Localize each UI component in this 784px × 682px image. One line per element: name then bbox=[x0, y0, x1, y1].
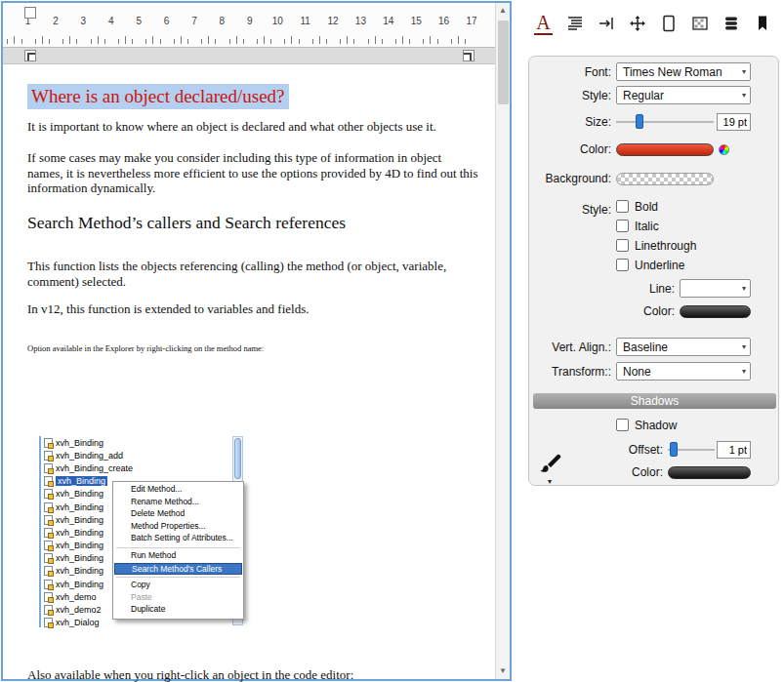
left-margin-marker[interactable] bbox=[24, 50, 36, 61]
method-icon bbox=[44, 476, 53, 486]
page-button[interactable] bbox=[656, 9, 682, 38]
embedded-screenshot[interactable]: xvh_Bindingxvh_Binding_addxvh_Binding_cr… bbox=[35, 433, 246, 638]
ruler-tick bbox=[42, 36, 43, 44]
menu-separator bbox=[116, 577, 240, 578]
slider-thumb[interactable] bbox=[670, 442, 678, 457]
style-group-label: Style: bbox=[529, 203, 611, 217]
checkbox-box[interactable] bbox=[616, 239, 629, 252]
page-icon bbox=[659, 14, 679, 33]
slider-track[interactable] bbox=[616, 121, 714, 123]
ruler-tick bbox=[7, 39, 8, 44]
ruler-number: 13 bbox=[355, 16, 366, 26]
checkbox-box[interactable] bbox=[616, 419, 629, 431]
shadow-color-swatch[interactable] bbox=[668, 466, 751, 479]
color-wheel-icon[interactable] bbox=[719, 144, 729, 155]
document-heading-1[interactable]: Where is an object declared/used? bbox=[27, 84, 289, 109]
ruler-tick bbox=[437, 39, 438, 44]
size-label: Size: bbox=[529, 115, 611, 129]
ruler-tick bbox=[76, 39, 77, 44]
right-pane: A Font: Times New Roman ▾ bbox=[516, 0, 784, 682]
size-value-field[interactable] bbox=[717, 113, 751, 131]
ruler-tick bbox=[243, 39, 244, 44]
checkbox-shadow[interactable]: Shadow bbox=[616, 419, 677, 431]
ruler-tick bbox=[229, 39, 230, 44]
chevron-down-icon: ▾ bbox=[742, 284, 746, 293]
ruler-tick bbox=[368, 39, 369, 44]
document-paragraph-2[interactable]: If some cases may make you consider incl… bbox=[27, 150, 478, 196]
context-menu-item: Rename Method... bbox=[114, 497, 242, 509]
menu-separator bbox=[116, 547, 240, 548]
checkbox-box[interactable] bbox=[616, 200, 629, 213]
document-heading-2[interactable]: Search Method’s callers and Search refer… bbox=[27, 213, 346, 233]
font-select[interactable]: Times New Roman ▾ bbox=[616, 62, 751, 81]
scroll-down-icon[interactable]: ▼ bbox=[496, 663, 510, 679]
image-button[interactable] bbox=[687, 9, 714, 38]
document-paragraph-4[interactable]: In v12, this function is extended to var… bbox=[27, 301, 309, 317]
font-character-tab[interactable]: A bbox=[530, 9, 557, 38]
document-small-note[interactable]: Option available in the Explorer by righ… bbox=[27, 343, 264, 353]
right-margin-marker[interactable] bbox=[463, 50, 475, 61]
bookmark-icon bbox=[753, 14, 772, 33]
ruler-tick bbox=[326, 39, 327, 44]
method-label: xvh_Binding bbox=[56, 489, 103, 499]
ruler-tick bbox=[98, 36, 99, 44]
ruler-scale[interactable]: 1234567891011121314151617 bbox=[3, 6, 495, 47]
screenshot-left-line bbox=[39, 436, 41, 627]
checkbox-italic[interactable]: Italic bbox=[616, 220, 696, 232]
ruler-number: 3 bbox=[81, 16, 87, 26]
style-select[interactable]: Regular ▾ bbox=[616, 86, 751, 104]
ruler-tick bbox=[430, 36, 431, 44]
method-label: xvh_Binding_add bbox=[56, 451, 123, 461]
document-paragraph-3[interactable]: This function lists the objects referenc… bbox=[27, 259, 478, 289]
ruler-tick bbox=[21, 39, 22, 44]
ruler-tick bbox=[382, 39, 383, 44]
ruler-tick bbox=[125, 36, 126, 44]
checkbox-bold[interactable]: Bold bbox=[616, 200, 696, 213]
checkbox-underline[interactable]: Underline bbox=[616, 259, 696, 271]
bookmark-button[interactable] bbox=[750, 9, 776, 38]
tab-stop-button[interactable] bbox=[593, 9, 619, 38]
ruler[interactable]: 1234567891011121314151617 bbox=[3, 3, 495, 64]
method-icon bbox=[44, 605, 53, 615]
context-menu-item: Edit Method... bbox=[114, 484, 242, 497]
size-slider[interactable] bbox=[616, 114, 714, 129]
offset-value-field[interactable] bbox=[717, 441, 751, 459]
ruler-number: 8 bbox=[220, 16, 226, 26]
screenshot-scrollbar-thumb bbox=[234, 438, 241, 479]
arrange-button[interactable] bbox=[624, 9, 650, 38]
first-line-indent-marker[interactable] bbox=[24, 7, 36, 19]
method-icon bbox=[44, 618, 53, 627]
slider-thumb[interactable] bbox=[636, 114, 643, 129]
ruler-tick bbox=[299, 39, 300, 44]
background-color-swatch[interactable] bbox=[616, 173, 714, 185]
checkbox-label: Linethrough bbox=[635, 239, 696, 253]
line-color-row: Color: bbox=[529, 301, 778, 321]
move-icon bbox=[628, 14, 647, 33]
checkbox-box[interactable] bbox=[616, 220, 629, 232]
ruler-tick bbox=[14, 36, 15, 44]
transform-select[interactable]: None ▾ bbox=[616, 362, 751, 381]
context-menu-item: Method Properties... bbox=[114, 521, 242, 534]
line-color-label: Color: bbox=[529, 304, 675, 318]
document-paragraph-1[interactable]: It is important to know where an object … bbox=[27, 119, 481, 135]
text-color-swatch[interactable] bbox=[616, 143, 714, 156]
line-color-swatch[interactable] bbox=[680, 305, 751, 318]
offset-slider[interactable] bbox=[668, 442, 715, 457]
checkbox-box[interactable] bbox=[616, 259, 629, 271]
brush-options-caret-icon[interactable]: ▾ bbox=[548, 477, 552, 486]
document-bottom-note[interactable]: Also available when you right-click an o… bbox=[27, 667, 353, 682]
document-scrollbar[interactable]: ▲ ▼ bbox=[495, 3, 510, 679]
vert-align-select[interactable]: Baseline ▾ bbox=[616, 338, 751, 356]
paintbrush-button[interactable] bbox=[536, 452, 561, 477]
scrollbar-thumb[interactable] bbox=[498, 20, 509, 104]
checkbox-linethrough[interactable]: Linethrough bbox=[616, 239, 696, 252]
scroll-up-icon[interactable]: ▲ bbox=[496, 3, 510, 19]
layers-button[interactable] bbox=[719, 9, 745, 38]
line-select[interactable]: ▾ bbox=[680, 279, 751, 298]
method-list-item: xvh_Binding_add bbox=[44, 449, 232, 461]
method-label: xvh_Binding bbox=[56, 553, 103, 563]
font-label: Font: bbox=[529, 65, 611, 79]
method-icon bbox=[44, 541, 53, 550]
paragraph-format-button[interactable] bbox=[561, 9, 588, 38]
context-menu-item: Copy bbox=[114, 580, 242, 592]
